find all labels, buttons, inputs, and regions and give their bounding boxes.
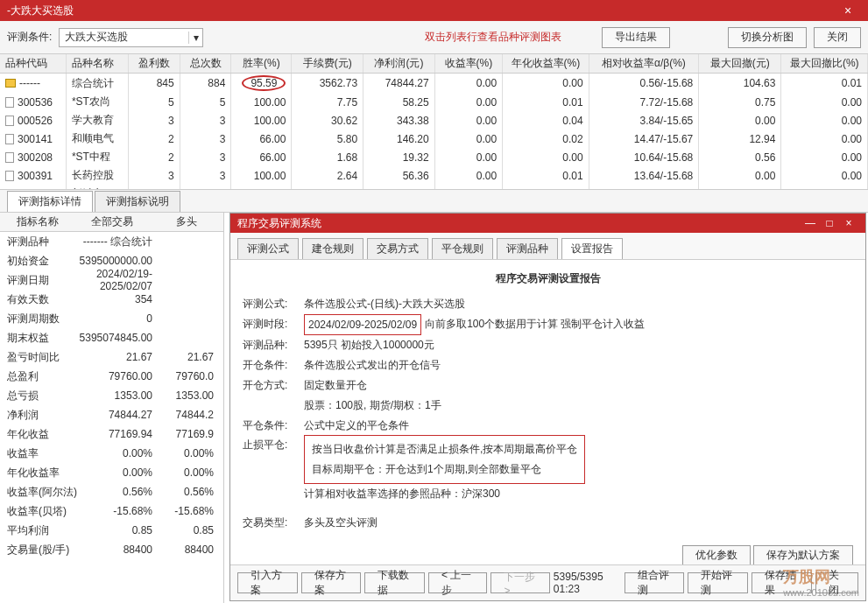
stoploss-box: 按当日收盘价计算是否满足止损条件,按本周期最高价平仓 目标周期平仓：开仓达到1个…	[304, 435, 585, 484]
dlg-tab[interactable]: 建仓规则	[302, 238, 363, 259]
detail-row: 总亏损1353.001353.00	[0, 386, 223, 405]
close-icon[interactable]: ×	[835, 4, 861, 18]
dlg-tab[interactable]: 平仓规则	[432, 238, 493, 259]
toolbar: 评测条件: 大跌大买选股 ▾ 双击列表行查看品种评测图表 导出结果 切换分析图 …	[0, 21, 868, 54]
col-header[interactable]: 品种代码	[0, 54, 66, 74]
next-button[interactable]: 下一步 >	[490, 572, 549, 593]
col-header[interactable]: 年化收益率(%)	[503, 54, 589, 74]
maximize-icon[interactable]: □	[820, 217, 839, 229]
detail-row: 评测周期数0	[0, 309, 223, 328]
detail-row: 年化收益77169.9477169.9	[0, 424, 223, 444]
detail-row: 交易量(股/手)8840088400	[0, 540, 223, 559]
result-table: 品种代码品种名称盈利数总次数胜率(%)手续费(元)净利润(元)收益率(%)年化收…	[0, 54, 868, 190]
detail-row: 收益率(贝塔)-15.68%-15.68%	[0, 501, 223, 521]
doc-icon	[5, 116, 14, 126]
detail-row: 收益率(阿尔法)0.56%0.56%	[0, 482, 223, 501]
dialog-footer: 引入方案 保存方案 下载数据 < 上一步 下一步 > 5395/5395 01:…	[230, 564, 865, 600]
dlg-tab[interactable]: 设置报告	[561, 238, 623, 259]
settings-dialog: 程序交易评测系统 — □ × 评测公式建仓规则交易方式平仓规则评测品种设置报告 …	[229, 213, 866, 601]
detail-col-all: 全部交易	[74, 213, 149, 231]
detail-row: 期末权益5395074845.00	[0, 328, 223, 347]
col-header[interactable]: 盈利数	[129, 54, 180, 74]
prev-button[interactable]: < 上一步	[428, 572, 487, 593]
doc-icon	[5, 97, 14, 108]
window-titlebar: -大跌大买选股 ×	[0, 0, 868, 21]
detail-row: 收益率0.00%0.00%	[0, 444, 223, 463]
detail-col-name: 指标名称	[0, 213, 74, 231]
save-plan-button[interactable]: 保存方案	[301, 572, 362, 593]
col-header[interactable]: 最大回撤比(%)	[781, 54, 868, 74]
window-title: -大跌大买选股	[7, 4, 835, 18]
table-row[interactable]: 300208*ST中程2366.001.6819.320.000.0010.64…	[0, 148, 868, 166]
close-button[interactable]: 关闭	[814, 27, 861, 48]
table-row[interactable]: 300141和顺电气2366.005.80146.200.000.0214.47…	[0, 130, 868, 148]
import-button[interactable]: 引入方案	[237, 572, 298, 593]
detail-row: 评测品种------- 综合统计	[0, 232, 223, 251]
col-header[interactable]: 相对收益率α/β(%)	[589, 54, 699, 74]
dlg-close-button[interactable]: 关闭	[815, 572, 858, 593]
dialog-tabs: 评测公式建仓规则交易方式平仓规则评测品种设置报告	[230, 233, 865, 260]
col-header[interactable]: 净利润(元)	[363, 54, 435, 74]
doc-icon	[5, 152, 14, 163]
export-button[interactable]: 导出结果	[602, 27, 670, 48]
detail-col-long: 多头	[149, 213, 223, 231]
condition-dropdown[interactable]: 大跌大买选股 ▾	[59, 28, 203, 47]
chevron-down-icon: ▾	[188, 32, 199, 44]
switch-chart-button[interactable]: 切换分析图	[728, 27, 807, 48]
tab-detail[interactable]: 评测指标详情	[7, 191, 93, 212]
start-test-button[interactable]: 开始评测	[688, 572, 748, 593]
date-range-box: 2024/02/09-2025/02/09	[304, 314, 421, 336]
dlg-tab[interactable]: 评测品种	[497, 238, 558, 259]
hint-text: 双击列表行查看品种评测图表	[425, 30, 561, 45]
table-row[interactable]: ------综合统计84588495.593562.7374844.270.00…	[0, 74, 868, 94]
col-header[interactable]: 总次数	[180, 54, 231, 74]
detail-row: 净利润74844.2774844.2	[0, 405, 223, 424]
combo-test-button[interactable]: 组合评测	[625, 572, 685, 593]
condition-value: 大跌大买选股	[65, 30, 128, 45]
dlg-tab[interactable]: 评测公式	[237, 238, 299, 259]
folder-icon	[5, 79, 16, 88]
save-default-button[interactable]: 保存为默认方案	[753, 545, 853, 564]
dialog-close-icon[interactable]: ×	[839, 217, 858, 229]
progress-status: 5395/5395 01:23	[554, 571, 617, 595]
detail-row: 平均利润0.850.85	[0, 521, 223, 540]
detail-row: 评测日期2024/02/19-2025/02/07	[0, 270, 223, 290]
col-header[interactable]: 收益率(%)	[434, 54, 502, 74]
lower-tabs: 评测指标详情 评测指标说明	[0, 190, 868, 213]
detail-row: 年化收益率0.00%0.00%	[0, 463, 223, 482]
col-header[interactable]: 胜率(%)	[231, 54, 292, 74]
doc-icon	[5, 171, 14, 181]
col-header[interactable]: 最大回撤(元)	[699, 54, 781, 74]
tab-explain[interactable]: 评测指标说明	[95, 191, 180, 212]
detail-row: 总盈利79760.0079760.0	[0, 367, 223, 386]
report-title: 程序交易评测设置报告	[243, 269, 853, 289]
detail-row: 有效天数354	[0, 290, 223, 309]
dlg-tab[interactable]: 交易方式	[367, 238, 428, 259]
detail-panel: 指标名称 全部交易 多头 评测品种------- 综合统计初始资金5395000…	[0, 213, 224, 603]
download-button[interactable]: 下载数据	[364, 572, 425, 593]
minimize-icon[interactable]: —	[801, 217, 820, 229]
save-result-button[interactable]: 保存结果	[752, 572, 812, 593]
table-row[interactable]: 000526学大教育33100.0030.62343.380.000.043.8…	[0, 111, 868, 130]
dialog-body: 程序交易评测设置报告 评测公式:条件选股公式-(日线)-大跌大买选股 评测时段:…	[230, 260, 865, 564]
table-row[interactable]: 300391长药控股33100.002.6456.360.000.0113.64…	[0, 166, 868, 185]
optimize-button[interactable]: 优化参数	[682, 545, 751, 564]
detail-row: 盈亏时间比21.6721.67	[0, 347, 223, 367]
doc-icon	[5, 134, 14, 144]
col-header[interactable]: 手续费(元)	[292, 54, 363, 74]
col-header[interactable]: 品种名称	[66, 54, 128, 74]
table-row[interactable]: 300536*ST农尚55100.007.7558.250.000.017.72…	[0, 93, 868, 111]
condition-label: 评测条件:	[7, 30, 52, 45]
winrate-highlight: 95.59	[242, 75, 286, 91]
dialog-title: 程序交易评测系统	[237, 216, 801, 231]
